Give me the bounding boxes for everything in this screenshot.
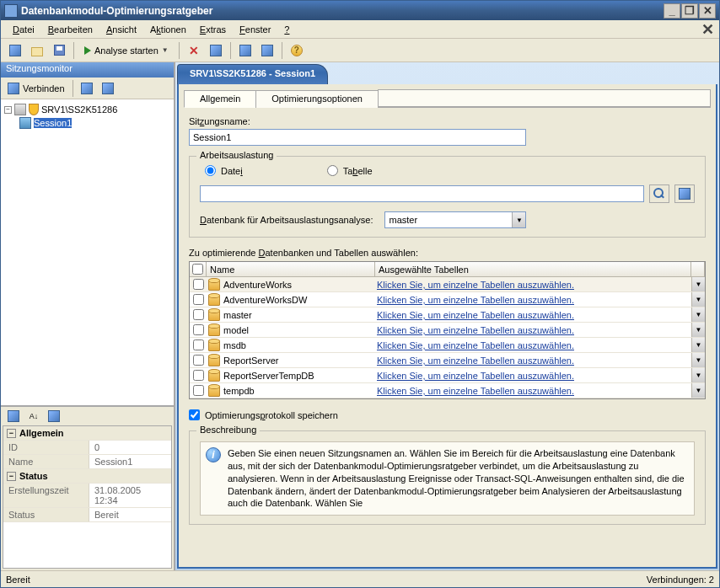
delete-button[interactable] [99, 79, 117, 98]
connect-icon [8, 83, 19, 94]
select-all-checkbox[interactable] [192, 264, 203, 275]
table-row: ReportServerTempDBKlicken Sie, um einzel… [190, 368, 705, 383]
help-button[interactable]: ? [287, 41, 306, 60]
clone-button[interactable] [236, 41, 255, 60]
tab-general[interactable]: Allgemein [184, 90, 256, 108]
menu-aktionen[interactable]: Aktionen [143, 23, 193, 36]
stop-button[interactable]: ✕ [185, 41, 203, 60]
connect-button[interactable]: Verbinden [4, 81, 68, 96]
select-tables-link[interactable]: Klicken Sie, um einzelne Tabellen auszuw… [377, 340, 574, 350]
open-button[interactable] [28, 41, 46, 60]
pg-val-created: 31.08.2005 12:34 [89, 484, 171, 507]
db-name: master [223, 310, 252, 320]
dropdown-icon: ▼ [512, 212, 525, 227]
connect-label: Verbinden [23, 83, 65, 94]
close-button[interactable]: ✕ [699, 3, 716, 19]
mdi-close-button[interactable]: ✕ [701, 23, 714, 36]
select-tables-link[interactable]: Klicken Sie, um einzelne Tabellen auszuw… [377, 280, 574, 290]
db-checkbox[interactable] [193, 324, 204, 335]
radio-table[interactable]: Tabelle [327, 165, 373, 176]
database-icon [208, 339, 220, 351]
db-select-label: Zu optimierende Datenbanken und Tabellen… [189, 248, 706, 258]
db-checkbox[interactable] [193, 294, 204, 305]
table-row: tempdbKlicken Sie, um einzelne Tabellen … [190, 383, 705, 398]
db-name: msdb [223, 340, 246, 350]
row-dropdown-button[interactable]: ▼ [691, 368, 705, 382]
new-session-button[interactable] [6, 41, 24, 60]
session-name-input[interactable] [189, 129, 526, 146]
copy-button[interactable] [207, 41, 225, 60]
session-tree: − SRV1\SS2K51286 Session1 [1, 99, 174, 405]
select-tables-link[interactable]: Klicken Sie, um einzelne Tabellen auszuw… [377, 371, 574, 381]
workload-path-input[interactable] [200, 185, 644, 202]
db-checkbox[interactable] [193, 370, 204, 381]
restore-button[interactable]: ❐ [681, 3, 698, 19]
tree-collapse-icon[interactable]: − [4, 106, 12, 114]
analyze-button[interactable]: Analyse starten ▼ [79, 45, 174, 56]
menu-ansicht[interactable]: Ansicht [99, 23, 143, 36]
select-tables-link[interactable]: Klicken Sie, um einzelne Tabellen auszuw… [377, 295, 574, 305]
workload-db-select[interactable]: master ▼ [384, 211, 526, 228]
radio-file[interactable]: Datei [205, 165, 243, 176]
browse-button[interactable] [649, 184, 669, 203]
status-text: Bereit [6, 575, 647, 585]
db-checkbox[interactable] [193, 355, 204, 366]
database-icon [208, 370, 220, 382]
window-title: Datenbankmodul-Optimierungsratgeber [21, 5, 664, 17]
grid-header-tables[interactable]: Ausgewählte Tabellen [375, 262, 691, 276]
menu-fenster[interactable]: Fenster [233, 23, 277, 36]
pg-key-id: ID [3, 441, 89, 454]
row-dropdown-button[interactable]: ▼ [691, 383, 705, 398]
save-log-checkbox-label[interactable]: Optimierungsprotokoll speichern [189, 409, 706, 420]
row-dropdown-button[interactable]: ▼ [691, 353, 705, 367]
menubar: Datei Bearbeiten Ansicht Aktionen Extras… [1, 20, 719, 39]
pg-key-name: Name [3, 455, 89, 468]
shield-icon [29, 104, 39, 115]
refresh-button[interactable] [78, 79, 96, 98]
menu-bearbeiten[interactable]: Bearbeiten [41, 23, 99, 36]
row-dropdown-button[interactable]: ▼ [691, 277, 705, 291]
minimize-button[interactable]: _ [664, 3, 680, 19]
radio-file-input[interactable] [205, 165, 216, 176]
select-tables-link[interactable]: Klicken Sie, um einzelne Tabellen auszuw… [377, 355, 574, 366]
session-name-label: Sitzungsname: [189, 116, 706, 126]
db-checkbox[interactable] [193, 309, 204, 320]
row-dropdown-button[interactable]: ▼ [691, 292, 705, 307]
menu-extras[interactable]: Extras [193, 23, 233, 36]
pg-section-general[interactable]: −Allgemein [3, 426, 171, 440]
export-button[interactable] [258, 41, 277, 60]
table-row: modelKlicken Sie, um einzelne Tabellen a… [190, 323, 705, 338]
db-checkbox[interactable] [193, 339, 204, 350]
props-categorized-button[interactable] [4, 407, 23, 425]
tree-session-label: Session1 [34, 118, 72, 128]
tab-options[interactable]: Optimierungsoptionen [255, 90, 379, 108]
save-button[interactable] [50, 41, 68, 60]
select-tables-link[interactable]: Klicken Sie, um einzelne Tabellen auszuw… [377, 310, 574, 320]
tree-session-node[interactable]: Session1 [18, 116, 172, 130]
row-dropdown-button[interactable]: ▼ [691, 307, 705, 322]
pg-section-status[interactable]: −Status [3, 469, 171, 483]
props-pages-button[interactable] [45, 407, 63, 425]
table-row: msdbKlicken Sie, um einzelne Tabellen au… [190, 338, 705, 353]
grid-header-name[interactable]: Name [207, 262, 375, 276]
view-icon [679, 188, 690, 200]
radio-table-input[interactable] [327, 165, 338, 176]
props-sort-button[interactable]: A↓ [24, 407, 43, 425]
db-checkbox[interactable] [193, 385, 204, 396]
menu-help[interactable]: ? [277, 23, 296, 36]
db-name: ReportServerTempDB [223, 371, 314, 381]
select-tables-link[interactable]: Klicken Sie, um einzelne Tabellen auszuw… [377, 386, 574, 396]
tree-server-node[interactable]: − SRV1\SS2K51286 [3, 103, 172, 116]
session-tab[interactable]: SRV1\SS2K51286 - Session1 [177, 64, 328, 84]
pg-val-name: Session1 [89, 455, 171, 468]
row-dropdown-button[interactable]: ▼ [691, 338, 705, 352]
row-dropdown-button[interactable]: ▼ [691, 323, 705, 337]
tree-server-label: SRV1\SS2K51286 [41, 104, 117, 115]
db-checkbox[interactable] [193, 279, 204, 290]
db-name: AdventureWorksDW [223, 295, 307, 305]
play-icon [84, 46, 91, 55]
menu-datei[interactable]: Datei [6, 23, 41, 36]
save-log-checkbox[interactable] [189, 409, 200, 420]
select-tables-link[interactable]: Klicken Sie, um einzelne Tabellen auszuw… [377, 325, 574, 335]
view-button[interactable] [674, 184, 695, 203]
